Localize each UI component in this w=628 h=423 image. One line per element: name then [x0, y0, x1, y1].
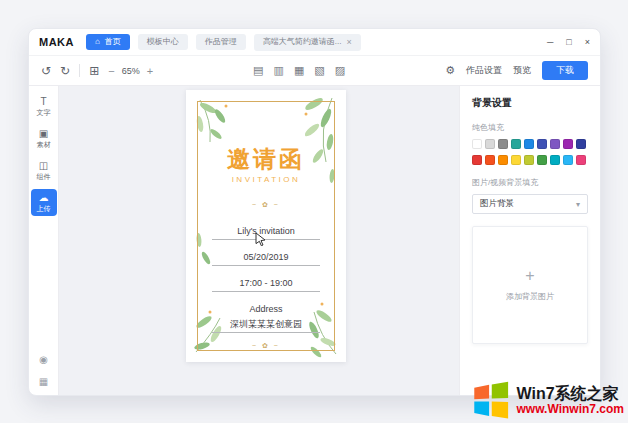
sidebar-item-assets-label: 素材 — [37, 141, 51, 149]
zoom-control: − 65% + — [108, 65, 153, 77]
color-swatch[interactable] — [576, 139, 586, 149]
watermark-site-url: www.Winwin7.com — [517, 403, 624, 416]
sidebar-item-text-label: 文字 — [37, 109, 51, 117]
zoom-in-button[interactable]: + — [147, 65, 153, 77]
color-swatch-row-1 — [472, 139, 588, 149]
watermark-text: Win7系统之家 www.Winwin7.com — [517, 385, 624, 416]
color-swatch[interactable] — [537, 139, 547, 149]
add-background-image-label: 添加背景图片 — [506, 291, 554, 302]
panel-title: 背景设置 — [472, 96, 588, 110]
color-swatch[interactable] — [576, 155, 586, 165]
align-right-icon[interactable]: ▦ — [294, 64, 304, 77]
tab-template-center-label: 模板中心 — [147, 38, 179, 46]
tab-work-manage-label: 作品管理 — [205, 38, 237, 46]
align-left-icon[interactable]: ▤ — [253, 64, 263, 77]
minimize-button[interactable]: ─ — [547, 37, 553, 47]
color-swatch-row-2 — [472, 155, 588, 165]
card-address-line[interactable]: 深圳某某某创意园 — [212, 318, 320, 333]
card-title[interactable]: 邀请函 — [227, 146, 305, 173]
home-icon: ⌂ — [95, 38, 100, 46]
ornament-bottom: ~ ✿ ~ — [252, 342, 280, 350]
plus-icon: + — [525, 268, 534, 284]
distribute-vertical-icon[interactable]: ▨ — [335, 64, 345, 77]
text-tool-icon: T — [40, 97, 46, 107]
shortcuts-icon[interactable]: ▦ — [39, 376, 48, 387]
color-swatch[interactable] — [524, 155, 534, 165]
sidebar-item-upload-label: 上传 — [37, 205, 51, 213]
customer-service-icon[interactable]: ◉ — [39, 354, 48, 365]
card-time-line[interactable]: 17:00 - 19:00 — [212, 277, 320, 292]
card-address-label[interactable]: Address — [249, 304, 282, 315]
redo-icon[interactable]: ↻ — [60, 65, 70, 77]
color-swatch[interactable] — [563, 155, 573, 165]
tab-work-manage[interactable]: 作品管理 — [196, 34, 246, 50]
toolbar: ↺ ↻ ⊞ − 65% + ▤ ▥ ▦ ▧ ▨ ⚙ 作品设置 预览 下载 — [29, 56, 600, 86]
chevron-down-icon: ▾ — [576, 200, 580, 209]
distribute-horizontal-icon[interactable]: ▧ — [314, 64, 324, 77]
add-background-image-button[interactable]: + 添加背景图片 — [472, 226, 588, 344]
components-tool-icon: ◫ — [39, 161, 48, 171]
windows-logo-icon — [472, 381, 510, 419]
color-swatch[interactable] — [563, 139, 573, 149]
canvas[interactable]: 邀请函 INVITATION ~ ✿ ~ Lily's invitation 0… — [59, 86, 459, 395]
zoom-level: 65% — [122, 66, 140, 76]
color-swatch[interactable] — [511, 139, 521, 149]
titlebar: MAKA ⌂ 首页 模板中心 作品管理 高端大气简约邀请函... × ─ □ × — [29, 29, 600, 56]
background-type-value: 图片背景 — [480, 198, 514, 210]
window-controls: ─ □ × — [547, 37, 590, 47]
sidebar-bottom: ◉ ▦ — [39, 354, 48, 390]
color-swatch[interactable] — [524, 139, 534, 149]
align-tools: ▤ ▥ ▦ ▧ ▨ — [253, 64, 345, 77]
upload-cloud-icon: ☁ — [39, 193, 49, 203]
mouse-cursor-icon — [255, 232, 267, 246]
ornament-top: ~ ✿ ~ — [252, 201, 280, 209]
sidebar-item-text[interactable]: T 文字 — [31, 93, 57, 120]
card-date-line[interactable]: 05/20/2019 — [212, 251, 320, 266]
settings-icon[interactable]: ⚙ — [445, 65, 455, 76]
color-swatch[interactable] — [472, 139, 482, 149]
color-swatch[interactable] — [511, 155, 521, 165]
layout-grid-icon[interactable]: ⊞ — [89, 65, 99, 77]
tab-template-center[interactable]: 模板中心 — [138, 34, 188, 50]
sidebar: T 文字 ▣ 素材 ◫ 组件 ☁ 上传 ◉ ▦ — [29, 86, 59, 395]
work-settings-button[interactable]: 作品设置 — [466, 64, 502, 77]
align-center-icon[interactable]: ▥ — [274, 64, 284, 77]
sidebar-item-upload[interactable]: ☁ 上传 — [31, 189, 57, 216]
image-fill-label: 图片/视频背景填充 — [472, 177, 588, 188]
tab-close-icon[interactable]: × — [347, 38, 352, 47]
watermark-site-name: Win7系统之家 — [517, 385, 619, 402]
card-subtitle[interactable]: INVITATION — [232, 175, 301, 185]
background-settings-panel: 背景设置 纯色填充 图片/视频背景填充 图片背景 ▾ + 添加背景图片 — [459, 86, 600, 395]
color-swatch[interactable] — [498, 155, 508, 165]
app-window: MAKA ⌂ 首页 模板中心 作品管理 高端大气简约邀请函... × ─ □ ×… — [28, 28, 601, 396]
tab-document[interactable]: 高端大气简约邀请函... × — [254, 34, 361, 51]
preview-button[interactable]: 预览 — [513, 64, 531, 77]
maka-logo: MAKA — [39, 36, 74, 48]
card-content: 邀请函 INVITATION ~ ✿ ~ Lily's invitation 0… — [186, 90, 346, 362]
color-swatch[interactable] — [537, 155, 547, 165]
color-swatch[interactable] — [550, 155, 560, 165]
invitation-card[interactable]: 邀请函 INVITATION ~ ✿ ~ Lily's invitation 0… — [186, 90, 346, 362]
toolbar-divider — [79, 64, 80, 77]
tab-document-label: 高端大气简约邀请函... — [263, 38, 342, 46]
app-body: T 文字 ▣ 素材 ◫ 组件 ☁ 上传 ◉ ▦ — [29, 86, 600, 395]
color-swatch[interactable] — [485, 139, 495, 149]
sidebar-item-components-label: 组件 — [37, 173, 51, 181]
zoom-out-button[interactable]: − — [108, 65, 114, 77]
assets-tool-icon: ▣ — [39, 129, 48, 139]
color-swatch[interactable] — [472, 155, 482, 165]
download-button[interactable]: 下载 — [542, 61, 588, 80]
color-swatch[interactable] — [498, 139, 508, 149]
tab-home[interactable]: ⌂ 首页 — [86, 34, 130, 50]
sidebar-item-assets[interactable]: ▣ 素材 — [31, 125, 57, 152]
background-type-select[interactable]: 图片背景 ▾ — [472, 194, 588, 214]
watermark: Win7系统之家 www.Winwin7.com — [472, 381, 624, 419]
sidebar-item-components[interactable]: ◫ 组件 — [31, 157, 57, 184]
maximize-button[interactable]: □ — [566, 37, 571, 47]
solid-fill-label: 纯色填充 — [472, 122, 588, 133]
close-button[interactable]: × — [585, 37, 590, 47]
color-swatch[interactable] — [485, 155, 495, 165]
undo-icon[interactable]: ↺ — [41, 65, 51, 77]
color-swatch[interactable] — [550, 139, 560, 149]
tab-home-label: 首页 — [105, 38, 121, 46]
